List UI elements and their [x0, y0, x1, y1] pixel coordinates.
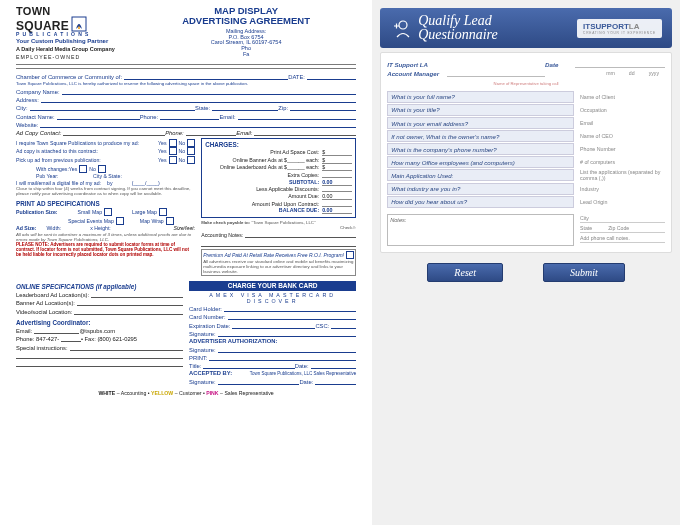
svg-point-1 — [399, 21, 407, 29]
question-label: How many Office employees (and computers… — [387, 156, 574, 168]
zip-field[interactable] — [290, 104, 356, 111]
address-field[interactable] — [41, 96, 356, 103]
locator-warning: PLEASE NOTE: Advertisers are required to… — [16, 242, 195, 257]
city-field[interactable] — [30, 104, 195, 111]
answer-field[interactable]: Name of CEO — [580, 130, 665, 142]
adv-sig[interactable] — [218, 346, 357, 353]
question-row: How many Office employees (and computers… — [387, 156, 665, 168]
answer-field[interactable]: Lead Origin — [580, 196, 665, 208]
rep-date[interactable] — [315, 378, 356, 385]
website-field[interactable] — [40, 121, 356, 128]
amount-due-value: 0.00 — [322, 193, 352, 200]
state-field[interactable] — [212, 104, 278, 111]
city-label: City: — [16, 105, 28, 111]
logo-tagline: Your Custom Publishing Partner — [16, 38, 136, 44]
chamber-field[interactable] — [124, 73, 288, 80]
contact-field[interactable] — [57, 113, 140, 120]
logo-subtitle-1: A Daily Herald Media Group Company — [16, 46, 136, 52]
online-spec-header: ONLINE SPECIFICATIONS (if applicable) — [16, 283, 183, 290]
date-field-r[interactable] — [575, 61, 665, 68]
chamber-label: Chamber of Commerce or Community of: — [16, 74, 122, 80]
card-csc[interactable] — [331, 322, 356, 329]
leaderboard-loc[interactable] — [91, 291, 183, 298]
date-field[interactable] — [307, 73, 356, 80]
card-exp[interactable] — [232, 322, 315, 329]
opt-attached-yes[interactable] — [169, 147, 177, 155]
adv-date[interactable] — [311, 362, 357, 369]
adcopy-field[interactable] — [63, 129, 165, 136]
opt-produce-label: I require Town Square Publications to pr… — [16, 140, 139, 146]
opt-pickup-no[interactable] — [187, 156, 195, 164]
question-label: If not owner, What is the owner's name? — [387, 130, 574, 142]
adcopy-label: Ad Copy Contact: — [16, 130, 61, 136]
charge-card-header: CHARGE YOUR BANK CARD — [189, 281, 356, 291]
card-sig[interactable] — [218, 330, 357, 337]
size-special[interactable] — [116, 217, 124, 225]
address-label: Address: — [16, 97, 39, 103]
acct-notes-field[interactable] — [245, 231, 356, 238]
question-row: What industry are you in?Industry — [387, 183, 665, 195]
phone-field[interactable] — [160, 113, 219, 120]
answer-field[interactable]: List the applications (separated by comm… — [580, 169, 665, 181]
special-instr[interactable] — [70, 344, 184, 351]
form-title: MAP DISPLAY ADVERTISING AGREEMENT Mailin… — [136, 6, 356, 60]
answer-field[interactable]: Industry — [580, 183, 665, 195]
rep-sig[interactable] — [218, 378, 300, 385]
banner-loc[interactable] — [77, 299, 183, 306]
side-city[interactable]: City — [580, 215, 665, 223]
opt-pickup-yes[interactable] — [169, 156, 177, 164]
coord-email[interactable] — [34, 327, 79, 334]
answer-field[interactable]: # of computers — [580, 156, 665, 168]
print-spec-header: PRINT AD SPECIFICATIONS — [16, 200, 195, 207]
question-row: Main Application Used:List the applicati… — [387, 169, 665, 181]
opt-attached-no[interactable] — [187, 147, 195, 155]
card-number[interactable] — [228, 313, 357, 320]
opt-digital-label: I will mail/email a digital file of my a… — [16, 180, 101, 186]
adcopy-phone[interactable] — [186, 129, 237, 136]
opt-produce-no[interactable] — [187, 139, 195, 147]
accepted-by-header: ACCEPTED BY: — [189, 370, 232, 376]
video-loc[interactable] — [74, 308, 183, 315]
opt-pickup-label: Pick up ad from previous publication: — [16, 157, 101, 163]
answer-field[interactable]: Name of Client — [580, 91, 665, 103]
card-holder[interactable] — [224, 305, 356, 312]
size-large[interactable] — [159, 208, 167, 216]
adv-title[interactable] — [203, 362, 294, 369]
opt-produce-yes[interactable] — [169, 139, 177, 147]
question-row: What is your full name?Name of Client — [387, 91, 665, 103]
question-label: What is your email address? — [387, 117, 574, 129]
email-field[interactable] — [238, 113, 357, 120]
logo-text-top: TOWN — [16, 6, 136, 16]
opt-changes-no[interactable] — [98, 165, 106, 173]
card-types: AMEX VISA MASTERCARD DISCOVER — [189, 292, 356, 304]
company-field[interactable] — [62, 88, 357, 95]
deadline-note: Close to ship within four (4) weeks from… — [16, 186, 195, 196]
opt-changes-yes[interactable] — [79, 165, 87, 173]
answer-field[interactable]: Email — [580, 117, 665, 129]
answer-field[interactable]: Occupation — [580, 104, 665, 116]
proof-note: All ads will be sent to advertiser a max… — [16, 232, 195, 242]
premium-checkbox[interactable] — [346, 251, 354, 259]
side-zip[interactable]: Zip Code — [608, 225, 629, 231]
question-row: How did you hear about us?Lead Origin — [387, 196, 665, 208]
date-label: DATE: — [288, 74, 305, 80]
reset-button[interactable]: Reset — [427, 263, 503, 282]
question-label: What is your full name? — [387, 91, 574, 103]
question-row: What is your title?Occupation — [387, 104, 665, 116]
account-mgr-field[interactable] — [447, 70, 545, 77]
side-callnotes[interactable]: Add phone call notes. — [580, 235, 665, 243]
notes-box[interactable]: Notes: — [387, 214, 574, 246]
coord-phone[interactable] — [61, 335, 81, 342]
side-state[interactable]: State — [580, 225, 592, 231]
adcopy-email[interactable] — [254, 129, 356, 136]
website-label: Website: — [16, 122, 38, 128]
qualify-lead-form: Qualify LeadQuestionnaire ITSUPPORTLA CR… — [372, 0, 680, 525]
date-label-r: Date — [545, 61, 571, 68]
adv-print[interactable] — [209, 354, 356, 361]
size-small[interactable] — [104, 208, 112, 216]
submit-button[interactable]: Submit — [543, 263, 625, 282]
auth-text: Town Square Publications, LLC is hereby … — [16, 81, 356, 86]
question-label: What industry are you in? — [387, 183, 574, 195]
answer-field[interactable]: Phone Number — [580, 143, 665, 155]
size-wrap[interactable] — [166, 217, 174, 225]
